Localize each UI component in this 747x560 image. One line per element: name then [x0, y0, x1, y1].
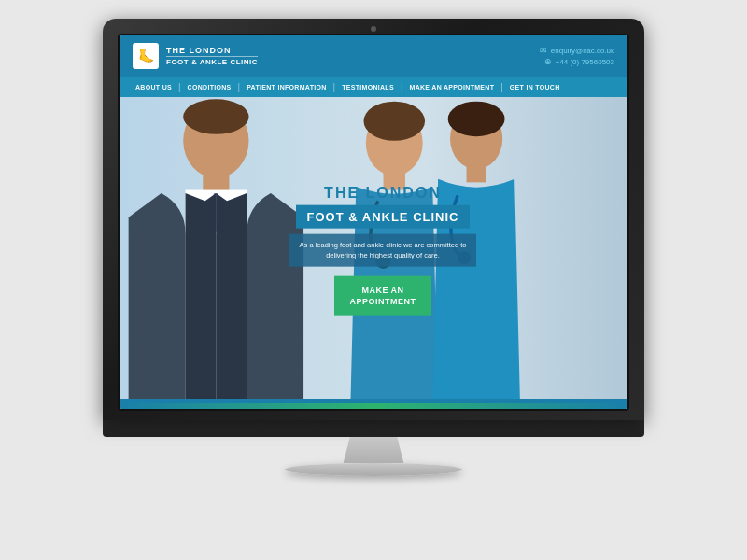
nav-item-about: ABOUT US [129, 84, 178, 91]
hero-bottom-bar [120, 399, 627, 403]
site-bottom-bar [120, 403, 627, 409]
hero-title-main: FOOT & ANKLE CLINIC [296, 205, 471, 229]
nav-link-appointment[interactable]: MAKE AN APPOINTMENT [403, 84, 501, 91]
svg-rect-11 [466, 166, 486, 183]
email-contact: ✉ enquiry@lfac.co.uk [540, 46, 614, 55]
nav-item-patient: PATIENT INFORMATION [240, 84, 332, 91]
svg-point-1 [183, 99, 248, 133]
cta-button[interactable]: MAKE AN APPOINTMENT [334, 275, 430, 315]
screen: 🦶 THE LONDON FOOT & ANKLE CLINIC ✉ enqui… [118, 34, 629, 411]
contact-info: ✉ enquiry@lfac.co.uk ⊕ +44 (0) 79560503 [540, 46, 614, 66]
monitor-chin [103, 420, 644, 437]
logo-icon: 🦶 [133, 43, 159, 69]
phone-text[interactable]: +44 (0) 79560503 [556, 58, 614, 66]
website: 🦶 THE LONDON FOOT & ANKLE CLINIC ✉ enqui… [120, 35, 627, 409]
nav-link-contact[interactable]: GET IN TOUCH [503, 84, 567, 91]
figure-left [120, 97, 313, 403]
hero-description: As a leading foot and ankle clinic we ar… [289, 234, 476, 267]
hero-section: THE LONDON FOOT & ANKLE CLINIC As a lead… [120, 97, 627, 403]
cta-line2: APPOINTMENT [349, 296, 416, 308]
nav-link-testimonials[interactable]: TESTIMONIALS [335, 84, 401, 91]
site-header: 🦶 THE LONDON FOOT & ANKLE CLINIC ✉ enqui… [120, 35, 627, 77]
svg-point-10 [447, 102, 504, 136]
nav-link-conditions[interactable]: CONDITIONS [181, 84, 238, 91]
phone-icon: ⊕ [544, 57, 552, 66]
svg-point-6 [363, 102, 425, 141]
doctor-figure-svg [120, 97, 313, 403]
logo-area: 🦶 THE LONDON FOOT & ANKLE CLINIC [133, 43, 258, 69]
monitor-neck [340, 437, 407, 463]
logo-text: THE LONDON FOOT & ANKLE CLINIC [166, 46, 258, 66]
monitor: 🦶 THE LONDON FOOT & ANKLE CLINIC ✉ enqui… [103, 19, 644, 541]
logo-title-line2: FOOT & ANKLE CLINIC [166, 56, 258, 66]
email-text[interactable]: enquiry@lfac.co.uk [551, 47, 614, 55]
nav-link-patient[interactable]: PATIENT INFORMATION [240, 84, 332, 91]
hero-content: THE LONDON FOOT & ANKLE CLINIC As a lead… [289, 185, 476, 316]
site-nav: ABOUT US | CONDITIONS | PATIENT INFORMAT… [120, 77, 627, 97]
nav-item-conditions: CONDITIONS [181, 84, 238, 91]
nav-list: ABOUT US | CONDITIONS | PATIENT INFORMAT… [129, 82, 567, 92]
email-icon: ✉ [540, 46, 547, 55]
nav-item-contact: GET IN TOUCH [503, 84, 567, 91]
cta-line1: MAKE AN [349, 284, 416, 296]
monitor-base [285, 463, 462, 476]
logo-title-line1: THE LONDON [166, 46, 258, 56]
nav-item-testimonials: TESTIMONIALS [335, 84, 401, 91]
hero-title-top: THE LONDON [289, 185, 476, 202]
nav-item-appointment: MAKE AN APPOINTMENT [403, 84, 501, 91]
nav-link-about[interactable]: ABOUT US [129, 84, 178, 91]
monitor-bezel: 🦶 THE LONDON FOOT & ANKLE CLINIC ✉ enqui… [103, 19, 644, 420]
phone-contact: ⊕ +44 (0) 79560503 [544, 57, 614, 66]
